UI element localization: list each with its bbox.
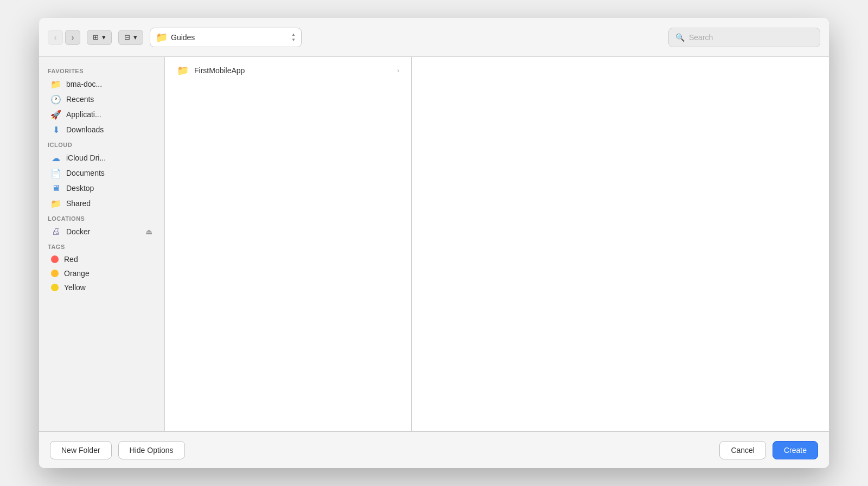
favorites-section-label: Favorites <box>39 63 164 76</box>
sidebar-item-label-icloud-drive: iCloud Dri... <box>66 154 106 162</box>
documents-icon: 📄 <box>51 168 61 178</box>
path-label: Guides <box>171 33 288 42</box>
sidebar-item-downloads[interactable]: ⬇ Downloads <box>42 122 161 137</box>
main-content: Favorites 📁 bma-doc... 🕐 Recents 🚀 Appli… <box>39 57 829 431</box>
eject-icon[interactable]: ⏏ <box>145 227 152 236</box>
columns-icon: ⊞ <box>93 33 99 41</box>
finder-window: ‹ › ⊞ ▾ ⊟ ▾ 📁 Guides ▲ ▼ 🔍 <box>39 18 829 468</box>
sidebar-item-label-docker: Docker <box>66 227 90 236</box>
new-folder-button[interactable]: New Folder <box>50 441 112 459</box>
sidebar-item-bma-doc[interactable]: 📁 bma-doc... <box>42 76 161 92</box>
path-folder-icon: 📁 <box>156 31 168 43</box>
tags-section-label: Tags <box>39 239 164 252</box>
file-column-1: 📁 FirstMobileApp › <box>165 57 412 431</box>
grid-dropdown-icon: ▾ <box>133 33 137 41</box>
sidebar-item-recents[interactable]: 🕐 Recents <box>42 92 161 107</box>
sidebar-item-label-downloads: Downloads <box>66 125 104 134</box>
sidebar-item-tag-yellow[interactable]: Yellow <box>42 280 161 295</box>
sidebar-item-label-shared: Shared <box>66 199 91 208</box>
sidebar-item-label-recents: Recents <box>66 95 94 104</box>
search-bar: 🔍 <box>668 28 820 47</box>
table-row[interactable]: 📁 FirstMobileApp › <box>168 61 408 80</box>
downloads-icon: ⬇ <box>51 125 61 135</box>
chevron-right-icon: › <box>397 67 399 74</box>
tag-red-label: Red <box>64 255 78 264</box>
tag-orange-label: Orange <box>64 269 90 278</box>
sidebar-item-docker[interactable]: 🖨 Docker ⏏ <box>42 224 161 239</box>
view-grid-button[interactable]: ⊟ ▾ <box>118 30 143 45</box>
sidebar: Favorites 📁 bma-doc... 🕐 Recents 🚀 Appli… <box>39 57 165 431</box>
path-stepper: ▲ ▼ <box>291 32 296 42</box>
columns-dropdown-icon: ▾ <box>102 33 106 41</box>
sidebar-item-applications[interactable]: 🚀 Applicati... <box>42 107 161 122</box>
sidebar-item-icloud-drive[interactable]: ☁ iCloud Dri... <box>42 150 161 165</box>
hide-options-button[interactable]: Hide Options <box>118 441 185 459</box>
folder-icon: 📁 <box>177 65 189 76</box>
view-columns-button[interactable]: ⊞ ▾ <box>87 30 112 45</box>
file-area: 📁 FirstMobileApp › <box>165 57 829 431</box>
icloud-section-label: iCloud <box>39 137 164 150</box>
tag-orange-dot <box>51 270 59 277</box>
tag-red-dot <box>51 255 59 263</box>
sidebar-item-tag-orange[interactable]: Orange <box>42 266 161 280</box>
icloud-drive-icon: ☁ <box>51 153 61 163</box>
sidebar-item-label-documents: Documents <box>66 169 105 177</box>
sidebar-item-shared[interactable]: 📁 Shared <box>42 196 161 211</box>
tag-yellow-label: Yellow <box>64 283 86 292</box>
back-button[interactable]: ‹ <box>48 30 63 45</box>
bottom-bar: New Folder Hide Options Cancel Create <box>39 431 829 468</box>
desktop-icon: 🖥 <box>51 183 61 193</box>
toolbar: ‹ › ⊞ ▾ ⊟ ▾ 📁 Guides ▲ ▼ 🔍 <box>39 18 829 57</box>
sidebar-item-label-bma-doc: bma-doc... <box>66 80 102 88</box>
back-icon: ‹ <box>54 33 57 42</box>
tag-yellow-dot <box>51 284 59 291</box>
sidebar-item-desktop[interactable]: 🖥 Desktop <box>42 181 161 196</box>
recents-icon: 🕐 <box>51 94 61 104</box>
sidebar-item-documents[interactable]: 📄 Documents <box>42 165 161 181</box>
file-name: FirstMobileApp <box>194 66 392 75</box>
create-button[interactable]: Create <box>773 441 818 459</box>
grid-icon: ⊟ <box>124 33 130 41</box>
nav-buttons: ‹ › <box>48 30 80 45</box>
path-bar[interactable]: 📁 Guides ▲ ▼ <box>150 28 302 47</box>
forward-icon: › <box>72 33 74 42</box>
search-input[interactable] <box>689 33 813 42</box>
detail-pane <box>412 57 829 431</box>
search-icon: 🔍 <box>675 33 685 42</box>
sidebar-item-tag-red[interactable]: Red <box>42 252 161 266</box>
sidebar-item-label-desktop: Desktop <box>66 184 94 193</box>
cancel-button[interactable]: Cancel <box>719 441 766 459</box>
forward-button[interactable]: › <box>65 30 80 45</box>
shared-icon: 📁 <box>51 199 61 208</box>
applications-icon: 🚀 <box>51 110 61 119</box>
sidebar-item-label-applications: Applicati... <box>66 110 101 119</box>
locations-section-label: Locations <box>39 211 164 224</box>
bma-doc-icon: 📁 <box>51 79 61 89</box>
docker-icon: 🖨 <box>51 227 61 236</box>
